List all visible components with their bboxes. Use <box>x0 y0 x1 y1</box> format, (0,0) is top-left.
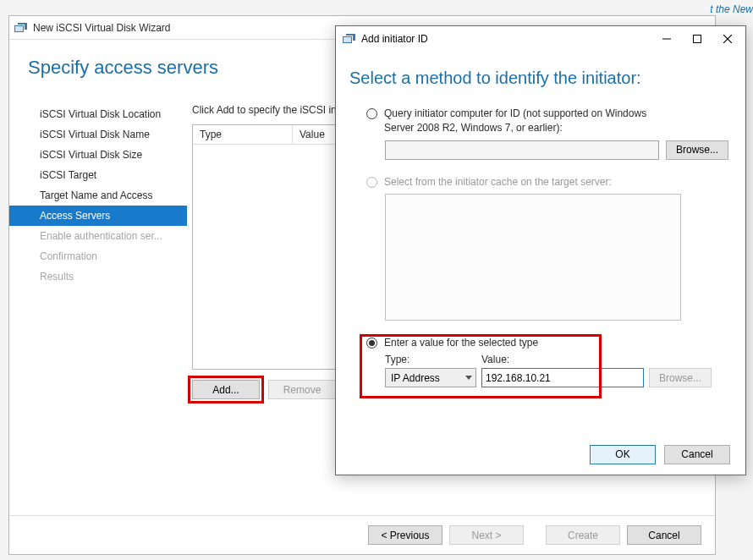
nav-item-confirmation: Confirmation <box>9 246 187 266</box>
dialog-cancel-button[interactable]: Cancel <box>664 445 730 464</box>
nav-item-disk-size[interactable]: iSCSI Virtual Disk Size <box>9 145 187 165</box>
type-field: Type: IP Address <box>385 354 476 387</box>
type-selected-value: IP Address <box>391 372 440 384</box>
option-query-label: Query initiator computer for ID (not sup… <box>384 107 672 135</box>
enter-fields-row: Type: IP Address Value: Browse... <box>385 354 728 387</box>
wizard-title: New iSCSI Virtual Disk Wizard <box>33 22 170 34</box>
add-initiator-dialog: Add initiator ID Select a method to iden… <box>335 25 746 475</box>
initiator-cache-list <box>385 194 681 321</box>
value-browse-button: Browse... <box>649 368 712 387</box>
create-button: Create <box>546 525 620 545</box>
svg-rect-3 <box>344 37 351 42</box>
radio-enter-value[interactable] <box>366 338 377 349</box>
svg-rect-1 <box>15 26 23 31</box>
option-cache-label: Select from the initiator cache on the t… <box>384 175 612 189</box>
query-field-row: Browse... <box>385 140 728 160</box>
value-field: Value: <box>481 354 644 387</box>
chevron-down-icon <box>465 376 472 380</box>
grid-header-type[interactable]: Type <box>193 125 293 145</box>
nav-item-access-servers[interactable]: Access Servers <box>9 206 187 226</box>
nav-item-results: Results <box>9 266 187 287</box>
wizard-footer: < Previous Next > Create Cancel <box>9 515 715 554</box>
nav-item-disk-name[interactable]: iSCSI Virtual Disk Name <box>9 124 187 145</box>
dialog-titlebar: Add initiator ID <box>336 26 745 52</box>
type-select[interactable]: IP Address <box>385 368 476 387</box>
background-cropped-link: t the New <box>710 3 753 15</box>
dialog-footer: OK Cancel <box>336 434 745 475</box>
server-icon <box>343 34 356 44</box>
minimize-icon <box>662 35 671 43</box>
dialog-heading: Select a method to identify the initiato… <box>336 52 745 107</box>
type-label: Type: <box>385 354 476 365</box>
option-cache-row: Select from the initiator cache on the t… <box>366 175 728 189</box>
wizard-nav: iSCSI Virtual Disk Location iSCSI Virtua… <box>9 94 187 517</box>
nav-item-authentication: Enable authentication ser... <box>9 226 187 246</box>
query-browse-button[interactable]: Browse... <box>666 140 728 160</box>
radio-cache <box>366 177 377 188</box>
svg-rect-5 <box>694 36 701 43</box>
option-enter-row[interactable]: Enter a value for the selected type <box>366 336 728 350</box>
close-button[interactable] <box>713 30 742 48</box>
option-enter-label: Enter a value for the selected type <box>384 336 538 350</box>
maximize-button[interactable] <box>683 30 712 48</box>
dialog-body: Query initiator computer for ID (not sup… <box>336 107 745 387</box>
remove-button: Remove <box>268 380 336 399</box>
previous-button[interactable]: < Previous <box>368 525 442 545</box>
radio-query[interactable] <box>366 108 377 119</box>
dialog-title: Add initiator ID <box>361 33 428 45</box>
minimize-button[interactable] <box>652 30 681 48</box>
cancel-button[interactable]: Cancel <box>627 525 701 545</box>
query-computer-input <box>385 140 659 160</box>
nav-item-target-name[interactable]: Target Name and Access <box>9 185 187 206</box>
nav-item-disk-location[interactable]: iSCSI Virtual Disk Location <box>9 104 187 124</box>
maximize-icon <box>693 35 701 43</box>
close-icon <box>723 35 732 43</box>
option-query-row[interactable]: Query initiator computer for ID (not sup… <box>366 107 728 135</box>
next-button: Next > <box>449 525 524 545</box>
nav-item-iscsi-target[interactable]: iSCSI Target <box>9 165 187 185</box>
value-label: Value: <box>481 354 644 365</box>
option-enter-section: Enter a value for the selected type Type… <box>366 336 728 387</box>
ok-button[interactable]: OK <box>590 445 656 464</box>
value-input[interactable] <box>481 368 644 387</box>
server-icon <box>14 23 28 33</box>
window-controls <box>651 30 742 48</box>
add-button[interactable]: Add... <box>192 380 260 399</box>
